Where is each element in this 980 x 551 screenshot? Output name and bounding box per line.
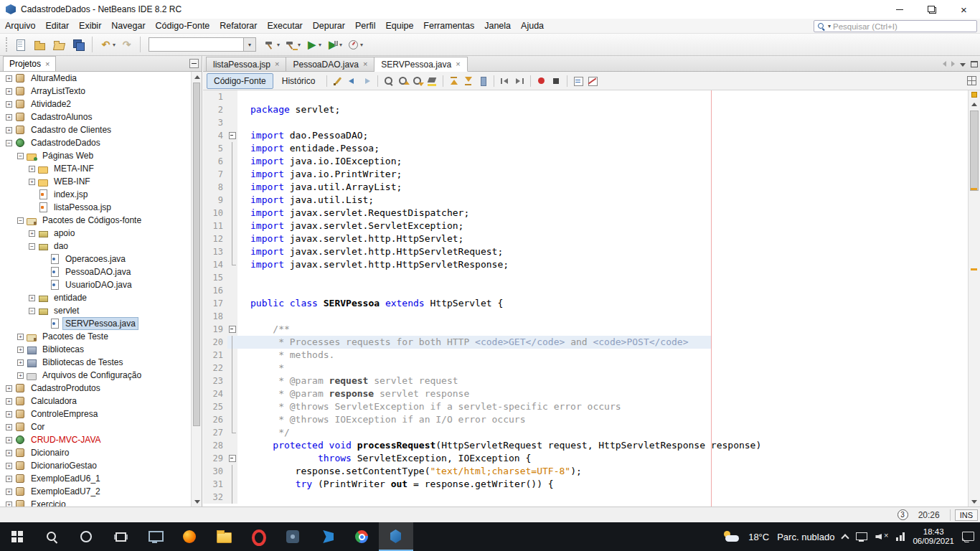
tree-item-exercicio[interactable]: +Exercicio [0,498,191,507]
tree-item-usuariodao-java[interactable]: UsuarioDAO.java [0,278,191,291]
tree-item-listapessoa-jsp[interactable]: listaPessoa.jsp [0,201,191,214]
collapse-icon[interactable]: − [17,217,24,224]
tab-close-icon[interactable]: × [456,60,460,68]
tree-item-calculadora[interactable]: +Calculadora [0,395,191,408]
code-line[interactable]: 6import java.io.IOException; [203,155,968,168]
code-line[interactable]: 11import javax.servlet.ServletException; [203,220,968,232]
line-number[interactable]: 1 [203,90,227,103]
code-line[interactable]: 18 [203,310,968,323]
minimize-button[interactable] [883,0,915,19]
line-number[interactable]: 27 [203,426,227,439]
warning-mark[interactable] [971,268,977,270]
fold-indicator[interactable] [227,426,237,439]
profile-project-button[interactable] [344,36,363,54]
history-view-button[interactable]: Histórico [275,73,323,89]
line-number[interactable]: 23 [203,375,227,387]
line-number[interactable]: 20 [203,336,227,349]
menu-item-navegar[interactable]: Navegar [106,19,150,34]
tree-item-pessoadao-java[interactable]: PessoaDAO.java [0,265,191,278]
fold-indicator[interactable] [227,478,237,491]
expand-icon[interactable]: + [6,463,12,469]
fold-indicator[interactable] [227,129,237,142]
tree-item-index-jsp[interactable]: index.jsp [0,188,191,201]
expand-icon[interactable]: + [6,437,12,443]
insert-mode-indicator[interactable]: INS [955,509,978,521]
code-line[interactable]: 30 response.setContentType("text/html;ch… [203,465,968,478]
tree-scrollbar-thumb[interactable] [193,83,200,426]
fold-indicator[interactable] [227,258,237,271]
undo-button[interactable]: ↶ [96,36,116,54]
line-number[interactable]: 26 [203,413,227,426]
taskbar-app-firefox[interactable] [172,522,207,551]
fold-indicator[interactable] [227,400,237,413]
tree-item-meta-inf[interactable]: +META-INF [0,162,191,175]
find-previous-button[interactable] [397,75,410,88]
menu-item-janela[interactable]: Janela [479,19,516,34]
find-next-button[interactable] [411,75,424,88]
tree-scrollbar[interactable] [191,72,202,507]
fold-indicator[interactable] [227,220,237,232]
network-icon[interactable] [896,532,905,541]
tab-list-dropdown-icon[interactable] [960,63,966,67]
tree-item-crud-mvc-java[interactable]: +CRUD-MVC-JAVA [0,433,191,446]
taskbar-app-dark[interactable] [275,522,310,551]
chevron-down-icon[interactable]: ▾ [243,38,255,51]
line-number[interactable]: 9 [203,194,227,207]
maximize-editor-icon[interactable] [971,61,978,67]
line-number[interactable]: 3 [203,116,227,129]
tree-item-pacotes-de-teste[interactable]: +Pacotes de Teste [0,330,191,343]
scroll-down-icon[interactable] [969,496,979,507]
line-number[interactable]: 7 [203,168,227,181]
fold-indicator[interactable] [227,323,237,336]
fold-indicator[interactable] [227,349,237,362]
code-line[interactable]: 1 [203,90,968,103]
fold-indicator[interactable] [227,375,237,387]
fold-indicator[interactable] [227,452,237,465]
forward-button[interactable] [360,75,373,88]
expand-icon[interactable]: + [17,359,24,366]
tab-close-icon[interactable]: × [363,60,367,68]
code-line[interactable]: 4import dao.PessoaDAO; [203,129,968,142]
expand-icon[interactable]: + [6,411,12,418]
code-line[interactable]: 2package servlet; [203,103,968,116]
collapse-icon[interactable]: − [6,140,12,146]
weather-condition[interactable]: Parc. nublado [777,532,834,542]
menu-item-arquivo[interactable]: Arquivo [0,19,40,34]
tree-item-apoio[interactable]: +apoio [0,227,191,240]
line-number[interactable]: 5 [203,142,227,155]
debug-project-button[interactable]: ▶ [323,36,342,54]
code-line[interactable]: 29 throws ServletException, IOException … [203,452,968,465]
menu-item-ajuda[interactable]: Ajuda [516,19,549,34]
tree-item-dao[interactable]: −dao [0,240,191,253]
editor-tab-servpessoa-java[interactable]: SERVPessoa.java× [374,57,467,72]
tree-item-cadastroalunos[interactable]: +CadastroAlunos [0,110,191,123]
fold-indicator[interactable] [227,155,237,168]
weather-temperature[interactable]: 18°C [748,532,769,542]
code-line[interactable]: 21 * methods. [203,349,968,362]
tab-close-icon[interactable]: × [275,60,279,68]
file-status-indicator[interactable] [971,92,977,98]
taskbar-app-file-explorer[interactable] [207,522,241,551]
record-macro-button[interactable] [535,75,548,88]
tree-item-operacoes-java[interactable]: Operacoes.java [0,253,191,265]
line-number[interactable]: 30 [203,465,227,478]
project-config-combo[interactable]: ▾ [149,37,256,52]
collapse-icon[interactable]: − [29,243,35,250]
expand-icon[interactable]: + [29,230,35,237]
expand-icon[interactable]: + [6,114,12,121]
line-number[interactable]: 24 [203,387,227,400]
expand-icon[interactable]: + [6,450,12,456]
code-line[interactable]: 14import javax.servlet.http.HttpServletR… [203,258,968,271]
back-button[interactable] [346,75,359,88]
menu-item-editar[interactable]: Editar [40,19,74,34]
code-line[interactable]: 12import javax.servlet.http.HttpServlet; [203,232,968,245]
editor-tab-pessoadao-java[interactable]: PessoaDAO.java× [286,57,374,72]
line-number[interactable]: 12 [203,232,227,245]
fold-indicator[interactable] [227,194,237,207]
tree-item-entidade[interactable]: +entidade [0,291,191,304]
expand-icon[interactable]: + [17,334,24,340]
line-number[interactable]: 6 [203,155,227,168]
code-line[interactable]: 23 * @param request servlet request [203,375,968,387]
minimize-panel-button[interactable] [189,59,199,68]
editor-scrollbar-thumb[interactable] [970,110,979,191]
